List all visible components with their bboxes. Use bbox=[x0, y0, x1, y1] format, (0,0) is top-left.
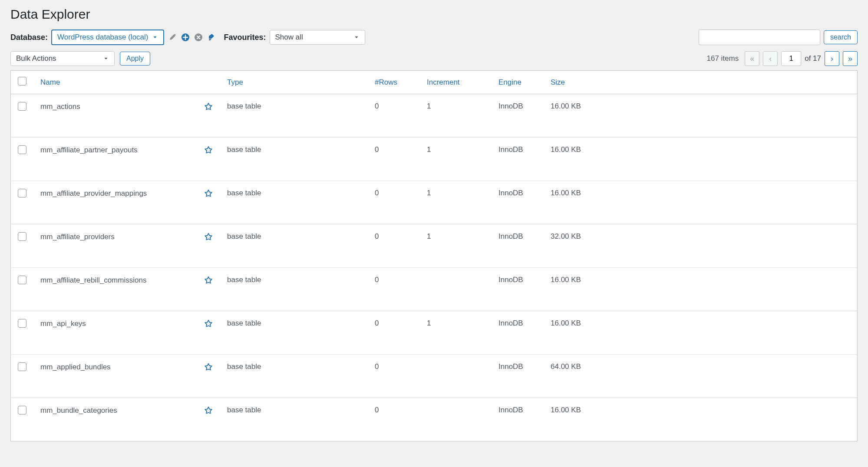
table-row: mm_actionsbase table01InnoDB16.00 KB bbox=[11, 94, 858, 138]
col-increment[interactable]: Increment bbox=[420, 71, 492, 94]
table-row: mm_affiliate_provider_mappingsbase table… bbox=[11, 181, 858, 224]
toolbar-primary: Database: WordPress database (local) Fav… bbox=[10, 30, 858, 45]
row-checkbox[interactable] bbox=[18, 189, 26, 197]
pagination: 167 items « ‹ of 17 › » bbox=[706, 51, 858, 66]
row-name[interactable]: mm_api_keys bbox=[40, 319, 86, 328]
row-rows: 0 bbox=[368, 311, 420, 355]
row-checkbox[interactable] bbox=[18, 319, 26, 328]
row-type: base table bbox=[220, 138, 368, 181]
row-name[interactable]: mm_affiliate_rebill_commissions bbox=[40, 276, 146, 285]
row-rows: 0 bbox=[368, 138, 420, 181]
star-icon[interactable] bbox=[204, 406, 213, 415]
row-rows: 0 bbox=[368, 398, 420, 441]
chevron-down-icon bbox=[353, 34, 360, 40]
search-input[interactable] bbox=[699, 30, 820, 45]
page-input[interactable] bbox=[781, 51, 801, 66]
chevron-down-icon bbox=[152, 34, 158, 40]
col-name[interactable]: Name bbox=[33, 71, 220, 94]
row-name[interactable]: mm_affiliate_partner_payouts bbox=[40, 146, 138, 155]
search-button[interactable]: search bbox=[824, 30, 858, 44]
row-increment: 1 bbox=[420, 94, 492, 138]
row-type: base table bbox=[220, 311, 368, 355]
page-next-button[interactable]: › bbox=[825, 51, 839, 66]
row-increment: 1 bbox=[420, 138, 492, 181]
row-checkbox[interactable] bbox=[18, 232, 26, 241]
row-checkbox[interactable] bbox=[18, 362, 26, 371]
row-engine: InnoDB bbox=[492, 311, 544, 355]
row-engine: InnoDB bbox=[492, 398, 544, 441]
row-type: base table bbox=[220, 355, 368, 398]
tables-list: Name Type #Rows Increment Engine Size mm… bbox=[10, 70, 858, 441]
star-icon[interactable] bbox=[204, 102, 213, 112]
toolbar-secondary: Bulk Actions Apply 167 items « ‹ of 17 ›… bbox=[10, 51, 858, 66]
row-type: base table bbox=[220, 268, 368, 311]
delete-icon[interactable] bbox=[194, 33, 203, 42]
star-icon[interactable] bbox=[204, 189, 213, 198]
row-name[interactable]: mm_affiliate_providers bbox=[40, 233, 115, 241]
row-rows: 0 bbox=[368, 94, 420, 138]
database-select-value: WordPress database (local) bbox=[57, 33, 148, 42]
table-row: mm_api_keysbase table01InnoDB16.00 KB bbox=[11, 311, 858, 355]
row-name[interactable]: mm_actions bbox=[40, 102, 80, 111]
select-all-checkbox[interactable] bbox=[18, 77, 26, 86]
row-size: 16.00 KB bbox=[544, 181, 858, 224]
bulk-actions-select[interactable]: Bulk Actions bbox=[10, 51, 115, 66]
col-engine[interactable]: Engine bbox=[492, 71, 544, 94]
page-prev-button[interactable]: ‹ bbox=[763, 51, 778, 66]
clean-icon[interactable] bbox=[207, 33, 216, 42]
page-title: Data Explorer bbox=[10, 7, 858, 22]
table-row: mm_bundle_categoriesbase table0InnoDB16.… bbox=[11, 398, 858, 441]
edit-icon[interactable] bbox=[168, 33, 177, 42]
chevron-down-icon bbox=[103, 56, 109, 62]
table-row: mm_affiliate_providersbase table01InnoDB… bbox=[11, 224, 858, 268]
col-size[interactable]: Size bbox=[544, 71, 858, 94]
col-type[interactable]: Type bbox=[220, 71, 368, 94]
row-size: 64.00 KB bbox=[544, 355, 858, 398]
apply-button[interactable]: Apply bbox=[120, 52, 150, 66]
star-icon[interactable] bbox=[204, 319, 213, 329]
table-row: mm_affiliate_partner_payoutsbase table01… bbox=[11, 138, 858, 181]
row-checkbox[interactable] bbox=[18, 276, 26, 284]
row-increment bbox=[420, 398, 492, 441]
database-label: Database: bbox=[10, 33, 48, 42]
row-size: 16.00 KB bbox=[544, 94, 858, 138]
row-name[interactable]: mm_bundle_categories bbox=[40, 406, 117, 415]
database-select[interactable]: WordPress database (local) bbox=[51, 30, 164, 45]
row-checkbox[interactable] bbox=[18, 145, 26, 154]
row-engine: InnoDB bbox=[492, 355, 544, 398]
row-name[interactable]: mm_applied_bundles bbox=[40, 363, 111, 372]
row-checkbox[interactable] bbox=[18, 406, 26, 414]
bulk-actions-value: Bulk Actions bbox=[16, 54, 56, 63]
row-rows: 0 bbox=[368, 224, 420, 268]
add-icon[interactable] bbox=[181, 33, 190, 42]
row-size: 16.00 KB bbox=[544, 398, 858, 441]
page-last-button[interactable]: » bbox=[843, 51, 858, 66]
row-name[interactable]: mm_affiliate_provider_mappings bbox=[40, 189, 147, 198]
col-rows[interactable]: #Rows bbox=[368, 71, 420, 94]
star-icon[interactable] bbox=[204, 145, 213, 155]
row-rows: 0 bbox=[368, 181, 420, 224]
row-increment bbox=[420, 355, 492, 398]
row-size: 16.00 KB bbox=[544, 311, 858, 355]
row-rows: 0 bbox=[368, 355, 420, 398]
page-first-button[interactable]: « bbox=[745, 51, 759, 66]
favourites-label: Favourites: bbox=[224, 33, 266, 42]
star-icon[interactable] bbox=[204, 276, 213, 285]
row-increment: 1 bbox=[420, 311, 492, 355]
page-of-text: of 17 bbox=[805, 54, 821, 63]
row-checkbox[interactable] bbox=[18, 102, 26, 111]
favourites-select[interactable]: Show all bbox=[270, 30, 365, 45]
star-icon[interactable] bbox=[204, 362, 213, 372]
row-size: 16.00 KB bbox=[544, 268, 858, 311]
row-type: base table bbox=[220, 181, 368, 224]
item-count: 167 items bbox=[706, 54, 739, 63]
row-type: base table bbox=[220, 94, 368, 138]
row-type: base table bbox=[220, 224, 368, 268]
row-engine: InnoDB bbox=[492, 94, 544, 138]
row-engine: InnoDB bbox=[492, 181, 544, 224]
star-icon[interactable] bbox=[204, 232, 213, 242]
row-engine: InnoDB bbox=[492, 268, 544, 311]
row-type: base table bbox=[220, 398, 368, 441]
row-size: 32.00 KB bbox=[544, 224, 858, 268]
table-row: mm_applied_bundlesbase table0InnoDB64.00… bbox=[11, 355, 858, 398]
